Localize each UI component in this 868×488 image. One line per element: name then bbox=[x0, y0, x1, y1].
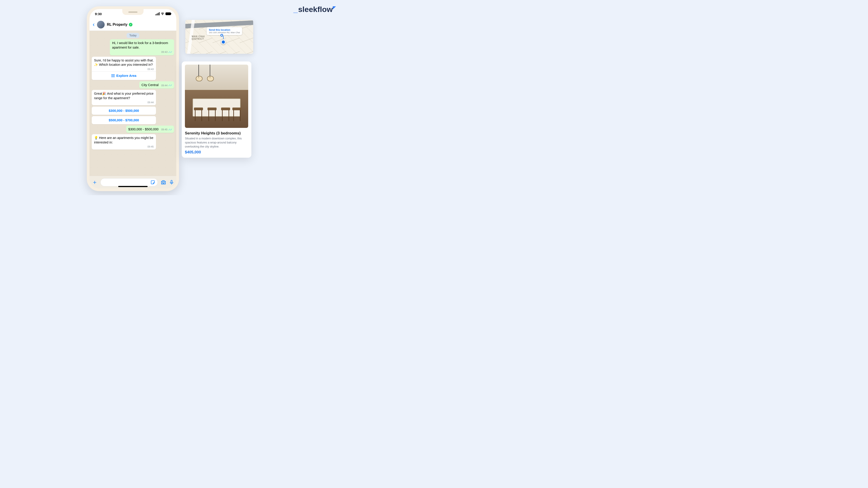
stool-icon bbox=[208, 107, 217, 121]
svg-point-0 bbox=[162, 182, 164, 184]
map-pin-icon bbox=[220, 34, 223, 37]
wifi-icon bbox=[161, 12, 164, 15]
price-option-1[interactable]: $300,000 - $500,000 bbox=[92, 107, 156, 115]
location-address: 191-193 Johnston Rd, Wan Chai bbox=[209, 31, 240, 34]
msg-time: 09:44✓✓ bbox=[161, 84, 172, 88]
home-indicator[interactable] bbox=[118, 186, 148, 187]
chat-header: ‹ RL Property bbox=[90, 19, 176, 31]
listing-description: Situated in a modern downtown complex, t… bbox=[185, 136, 248, 149]
stool-icon bbox=[194, 107, 203, 121]
sticker-icon[interactable] bbox=[150, 180, 155, 185]
status-time: 9:30 bbox=[95, 12, 102, 16]
chat-body[interactable]: Today Hi, I would like to look for a 3-b… bbox=[90, 31, 176, 176]
lamp-icon bbox=[210, 65, 210, 78]
msg-in-3: 💡 Here are an apartments you might be in… bbox=[92, 134, 156, 150]
logo-caret-icon bbox=[333, 6, 336, 9]
list-icon bbox=[111, 74, 115, 77]
explore-label: Explore Area bbox=[116, 74, 136, 78]
msg-text: 💡 Here are an apartments you might be in… bbox=[94, 136, 154, 144]
phone-mockup: 9:30 ‹ RL Property Today Hi, I would lik… bbox=[87, 6, 179, 191]
listing-card[interactable]: Serenity Heights (3 bedrooms) Situated i… bbox=[182, 61, 251, 158]
contact-name[interactable]: RL Property bbox=[107, 23, 173, 27]
msg-text: Great🎉 And what is your preferred price … bbox=[94, 92, 154, 100]
cellular-icon bbox=[156, 12, 160, 15]
price-option-2[interactable]: $500,000 - $700,000 bbox=[92, 116, 156, 124]
listing-price: $405,000 bbox=[185, 150, 248, 155]
stool-icon bbox=[221, 107, 230, 121]
back-button[interactable]: ‹ bbox=[93, 21, 95, 28]
lamp-icon bbox=[198, 65, 199, 78]
phone-screen: 9:30 ‹ RL Property Today Hi, I would lik… bbox=[90, 9, 176, 188]
msg-time: 09:43✓✓ bbox=[112, 50, 172, 54]
mic-button[interactable] bbox=[169, 180, 174, 185]
msg-time: 09:43 bbox=[94, 68, 154, 71]
attach-button[interactable]: ＋ bbox=[92, 178, 98, 186]
speaker-icon bbox=[128, 11, 137, 13]
msg-out-3: $300,000 - $500,000 09:45✓✓ bbox=[126, 126, 174, 133]
logo-dash: _ bbox=[293, 5, 298, 14]
battery-icon bbox=[165, 12, 171, 15]
svg-rect-1 bbox=[171, 180, 172, 183]
map-district-label: WAN CHAIDISTRICT bbox=[192, 35, 205, 40]
map-callout[interactable]: Send this location 191-193 Johnston Rd, … bbox=[207, 27, 242, 35]
listing-image bbox=[185, 65, 248, 128]
msg-time: 09:45✓✓ bbox=[161, 128, 172, 132]
send-location-link[interactable]: Send this location bbox=[209, 29, 240, 31]
msg-text: $300,000 - $500,000 bbox=[128, 127, 159, 131]
map-pin-icon bbox=[221, 40, 225, 44]
msg-time: 09:45 bbox=[94, 145, 154, 149]
msg-text: Sure, I'd be happy to assist you with th… bbox=[94, 58, 154, 67]
msg-out-1: Hi, I would like to look for a 3-bedroom… bbox=[110, 39, 174, 55]
camera-button[interactable] bbox=[160, 180, 166, 185]
message-input[interactable] bbox=[100, 178, 158, 186]
location-card[interactable]: WAN CHAIDISTRICT Send this location 191-… bbox=[185, 20, 253, 54]
logo-text: sleekflow bbox=[298, 5, 333, 14]
listing-title: Serenity Heights (3 bedrooms) bbox=[185, 131, 248, 135]
status-icons bbox=[156, 12, 171, 15]
read-ticks-icon: ✓✓ bbox=[168, 128, 172, 132]
stool-icon bbox=[232, 107, 241, 121]
date-divider: Today bbox=[127, 33, 139, 38]
msg-in-2: Great🎉 And what is your preferred price … bbox=[92, 90, 156, 105]
explore-area-button[interactable]: Explore Area bbox=[92, 71, 156, 80]
verified-badge-icon bbox=[129, 23, 132, 26]
contact-avatar[interactable] bbox=[97, 21, 105, 29]
read-ticks-icon: ✓✓ bbox=[168, 84, 172, 88]
msg-text: City Central bbox=[142, 84, 159, 87]
phone-notch bbox=[122, 9, 144, 15]
msg-in-1: Sure, I'd be happy to assist you with th… bbox=[92, 57, 156, 80]
msg-text: Hi, I would like to look for a 3-bedroom… bbox=[112, 41, 172, 50]
sleekflow-logo: _ sleekflow bbox=[293, 5, 336, 14]
msg-out-2: City Central 09:44✓✓ bbox=[139, 81, 174, 89]
contact-name-text: RL Property bbox=[107, 23, 127, 27]
msg-time: 09:44 bbox=[94, 101, 154, 104]
read-ticks-icon: ✓✓ bbox=[168, 50, 172, 54]
